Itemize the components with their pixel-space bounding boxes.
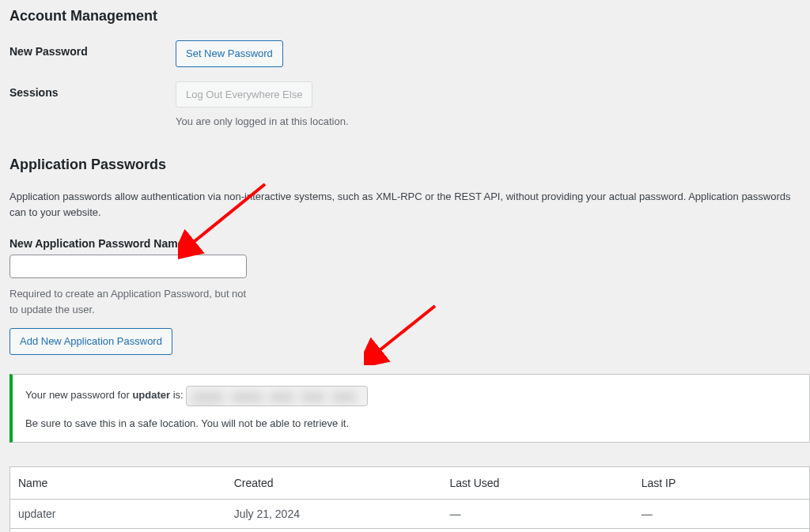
table-row: updater July 21, 2024 — — — [10, 500, 809, 529]
new-password-row: New Password Set New Password — [9, 40, 810, 67]
set-new-password-button[interactable]: Set New Password — [176, 40, 283, 67]
th-name[interactable]: Name — [10, 467, 226, 500]
generated-password-box: XXXX XXXX XXX XXX XXX XXX — [186, 386, 368, 406]
sessions-label: Sessions — [9, 81, 176, 99]
app-password-name-input[interactable] — [9, 255, 247, 278]
notice-warning: Be sure to save this in a safe location.… — [25, 416, 797, 432]
tf-last-used: Last Used — [441, 529, 633, 532]
td-name: updater — [10, 500, 226, 529]
tf-created: Created — [226, 529, 442, 532]
app-passwords-table: Name Created Last Used Last IP updater J… — [10, 467, 809, 532]
new-password-notice: Your new password for updater is: XXXX X… — [9, 374, 810, 443]
sessions-row: Sessions Log Out Everywhere Else You are… — [9, 81, 810, 130]
notice-app-name: updater — [132, 389, 170, 401]
add-application-password-button[interactable]: Add New Application Password — [9, 328, 172, 355]
td-last-used: — — [441, 500, 633, 529]
new-password-label: New Password — [9, 40, 176, 58]
app-password-name-help: Required to create an Application Passwo… — [9, 286, 247, 317]
application-passwords-heading: Application Passwords — [9, 157, 810, 173]
tf-last-ip: Last IP — [634, 529, 809, 532]
app-passwords-table-wrap: Name Created Last Used Last IP updater J… — [9, 466, 810, 532]
td-created: July 21, 2024 — [226, 500, 442, 529]
td-last-ip: — — [634, 500, 809, 529]
th-last-ip[interactable]: Last IP — [634, 467, 809, 500]
tf-name: Name — [10, 529, 226, 532]
notice-prefix: Your new password for — [25, 389, 132, 401]
application-passwords-intro: Application passwords allow authenticati… — [9, 189, 810, 222]
sessions-description: You are only logged in at this location. — [176, 114, 810, 130]
th-created[interactable]: Created — [226, 467, 442, 500]
account-management-heading: Account Management — [9, 8, 810, 25]
table-header-row: Name Created Last Used Last IP — [10, 467, 809, 500]
generated-password-value: XXXX XXXX XXX XXX XXX XXX — [193, 391, 356, 406]
app-password-name-label: New Application Password Name — [9, 237, 810, 250]
notice-suffix: is: — [170, 389, 186, 401]
table-footer-row: Name Created Last Used Last IP — [10, 529, 809, 532]
notice-password-line: Your new password for updater is: XXXX X… — [25, 386, 797, 406]
th-last-used[interactable]: Last Used — [441, 467, 633, 500]
logout-everywhere-button[interactable]: Log Out Everywhere Else — [176, 81, 312, 108]
